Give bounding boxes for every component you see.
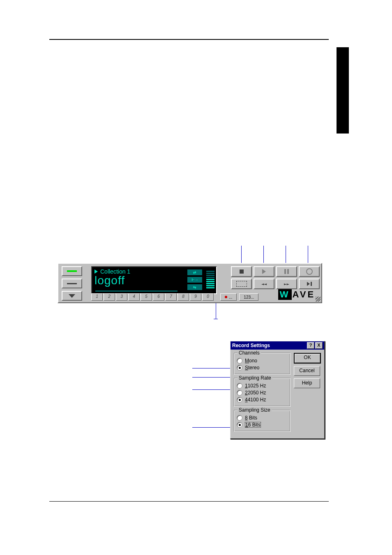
size-8-radio[interactable]: 8 Bits [237, 415, 288, 421]
progress-bar [95, 290, 178, 292]
sampling-size-group: Sampling Size 8 Bits 16 Bits [234, 410, 291, 432]
mode-button-2[interactable]: ⊩→ [187, 277, 202, 283]
rate-44100-radio[interactable]: 44100 Hz [237, 397, 288, 403]
rate-22050-label: 22050 Hz [245, 390, 266, 396]
play-button[interactable] [254, 266, 274, 277]
pause-button[interactable] [276, 266, 297, 277]
callout-line [216, 302, 216, 319]
size-8-label: 8 Bits [245, 415, 257, 421]
sampling-rate-group: Sampling Rate 11025 Hz 22050 Hz 44100 Hz [234, 378, 291, 407]
resize-grip-icon[interactable] [316, 297, 321, 302]
channels-group: Channels Mono Stereo [234, 353, 291, 375]
channels-legend: Channels [238, 350, 261, 356]
wave-player-panel: Collection 1 logoff ⇄ ⊩→ ⇆ 1 2 3 4 5 6 7… [58, 263, 322, 303]
preset-3[interactable]: 3 [116, 293, 127, 301]
rate-11025-label: 11025 Hz [245, 383, 266, 389]
wave-logo: W AVE . [278, 289, 318, 300]
stereo-label: Stereo [245, 365, 259, 371]
counter-button[interactable]: 123... [239, 293, 258, 301]
preset-8[interactable]: 8 [178, 293, 189, 301]
rate-44100-label: 44100 Hz [245, 397, 266, 403]
preset-4[interactable]: 4 [128, 293, 140, 301]
record-dot-icon [225, 296, 227, 298]
record-ellipsis: ... [229, 295, 232, 299]
stop-button[interactable] [231, 266, 252, 277]
rate-11025-radio[interactable]: 11025 Hz [237, 383, 288, 389]
callout-line [192, 427, 233, 428]
preset-6[interactable]: 6 [153, 293, 164, 301]
mono-radio[interactable]: Mono [237, 358, 288, 364]
counter-label: 123... [244, 295, 254, 299]
size-16-radio[interactable]: 16 Bits [237, 422, 288, 428]
skip-end-button[interactable] [299, 279, 320, 289]
mono-label: Mono [245, 358, 257, 364]
mode-button-1[interactable]: ⇄ [187, 269, 202, 275]
preset-1[interactable]: 1 [91, 293, 103, 301]
transport-controls: ◄◄ ►► [231, 266, 320, 291]
power-button[interactable] [62, 266, 82, 276]
logo-rest: AVE [293, 289, 316, 300]
ok-button[interactable]: OK [294, 353, 321, 364]
dialog-body: Channels Mono Stereo Sampling Rate [231, 350, 324, 438]
rewind-button[interactable]: ◄◄ [254, 279, 274, 289]
record-button[interactable] [299, 266, 320, 277]
cancel-button[interactable]: Cancel [294, 366, 320, 376]
bottom-rule [49, 501, 329, 502]
chapter-tab [337, 47, 349, 134]
top-rule [49, 39, 329, 40]
preset-9[interactable]: 9 [190, 293, 201, 301]
forward-button[interactable]: ►► [276, 279, 297, 289]
callout-line [192, 389, 233, 390]
extra-buttons-row: ... 123... [220, 293, 258, 301]
mode-button-3[interactable]: ⇆ [187, 284, 202, 290]
preset-2[interactable]: 2 [104, 293, 115, 301]
minimize-button[interactable] [62, 279, 82, 288]
player-left-buttons [62, 266, 82, 303]
help-button[interactable]: Help [294, 378, 320, 388]
stereo-radio[interactable]: Stereo [237, 365, 288, 371]
vu-meter [206, 269, 214, 288]
radio-icon [237, 358, 242, 364]
logo-w: W [278, 289, 292, 300]
radio-icon [237, 390, 242, 396]
preset-7[interactable]: 7 [165, 293, 177, 301]
rate-22050-radio[interactable]: 22050 Hz [237, 390, 288, 396]
dialog-titlebar[interactable]: Record Settings ? X [231, 341, 324, 350]
radio-icon [237, 383, 242, 389]
preset-5[interactable]: 5 [141, 293, 152, 301]
radio-icon [237, 415, 242, 421]
titlebar-help-button[interactable]: ? [307, 342, 314, 349]
radio-checked-icon [237, 397, 242, 403]
radio-checked-icon [237, 422, 242, 428]
radio-checked-icon [237, 365, 242, 371]
dialog-buttons: OK Cancel Help [294, 353, 321, 435]
dialog-title: Record Settings [232, 343, 306, 348]
record-settings-dialog: Record Settings ? X Channels Mono Stereo [230, 341, 325, 439]
rate-legend: Sampling Rate [238, 375, 272, 381]
size-16-label: 16 Bits [245, 422, 261, 428]
preset-0[interactable]: 0 [202, 293, 214, 301]
player-display: Collection 1 logoff ⇄ ⊩→ ⇆ [91, 266, 217, 294]
record-settings-button[interactable]: ... [220, 293, 237, 301]
titlebar-close-button[interactable]: X [315, 342, 323, 349]
callout-line [214, 319, 218, 319]
expand-button[interactable] [62, 291, 82, 301]
size-legend: Sampling Size [238, 407, 272, 413]
play-indicator-icon [95, 269, 98, 274]
selection-button[interactable] [231, 279, 252, 289]
preset-number-row: 1 2 3 4 5 6 7 8 9 0 [91, 293, 214, 301]
